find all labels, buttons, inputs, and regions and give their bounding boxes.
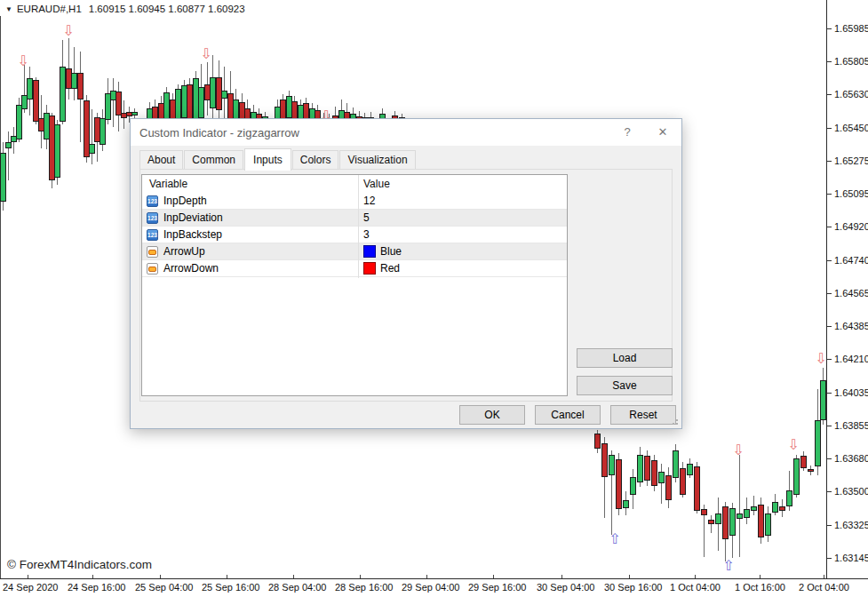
variable-cell: ArrowDown xyxy=(147,260,219,276)
tab-inputs[interactable]: Inputs xyxy=(244,148,291,171)
candle-bearish xyxy=(779,506,785,511)
variable-name: ArrowDown xyxy=(163,262,219,275)
candle-wick xyxy=(711,515,712,533)
candle-bullish xyxy=(5,142,12,148)
zigzag-up-arrow-icon: ⇧ xyxy=(609,532,620,546)
price-axis-tick xyxy=(827,94,832,95)
zigzag-down-arrow-icon: ⇩ xyxy=(732,443,744,458)
close-icon[interactable]: ✕ xyxy=(655,125,671,139)
zigzag-down-arrow-icon: ⇩ xyxy=(787,438,799,452)
candle-wick xyxy=(739,455,740,557)
column-header-value: Value xyxy=(363,175,390,193)
time-axis-label: 28 Sep 16:00 xyxy=(335,582,393,593)
candle-bullish xyxy=(100,118,106,145)
candle-bullish xyxy=(609,455,615,475)
variable-cell: 123InpDeviation xyxy=(147,210,223,226)
tab-visualization[interactable]: Visualization xyxy=(339,150,415,170)
variable-name: InpBackstep xyxy=(163,228,222,241)
param-row-inpbackstep[interactable]: 123InpBackstep3 xyxy=(142,227,567,243)
candle-bullish xyxy=(27,78,33,100)
candle-bullish xyxy=(658,472,665,483)
zigzag-down-arrow-icon: ⇩ xyxy=(200,47,211,61)
help-button[interactable]: ? xyxy=(619,125,635,139)
candle-wick xyxy=(113,78,114,127)
candle-bullish xyxy=(737,513,743,519)
price-axis-label: 1.63500 xyxy=(834,486,868,497)
param-row-inpdepth[interactable]: 123InpDepth12 xyxy=(142,193,567,210)
candle-wick xyxy=(753,496,754,515)
value-cell[interactable]: 3 xyxy=(363,227,370,243)
dialog-titlebar[interactable]: Custom Indicator - zigzagarrow ? ✕ xyxy=(131,119,681,146)
price-axis-label: 1.65275 xyxy=(834,155,868,166)
value-cell[interactable]: 5 xyxy=(363,210,370,226)
time-axis-label: 1 Oct 04:00 xyxy=(670,582,721,593)
candle-bullish xyxy=(729,508,736,536)
zigzag-down-arrow-icon: ⇩ xyxy=(62,24,74,38)
candle-bearish xyxy=(77,73,84,100)
tab-colors[interactable]: Colors xyxy=(292,150,339,170)
dialog-title: Custom Indicator - zigzagarrow xyxy=(139,126,299,139)
price-axis-label: 1.65985 xyxy=(834,23,868,34)
candle-bearish xyxy=(616,459,622,509)
color-swatch xyxy=(363,262,376,275)
param-row-arrowdown[interactable]: ArrowDownRed xyxy=(142,260,567,277)
candle-wick xyxy=(718,498,719,551)
candle-wick xyxy=(8,131,9,180)
param-row-inpdeviation[interactable]: 123InpDeviation5 xyxy=(142,210,567,227)
load-button[interactable]: Load xyxy=(577,348,673,368)
value-text: 5 xyxy=(363,211,370,224)
table-rows: 123InpDepth12123InpDeviation5123InpBacks… xyxy=(142,193,567,277)
time-axis-line xyxy=(0,578,868,579)
reset-button[interactable]: Reset xyxy=(610,405,676,425)
resize-grip[interactable] xyxy=(676,423,678,425)
candle-bullish xyxy=(60,67,66,122)
time-axis-label: 29 Sep 04:00 xyxy=(402,582,459,593)
ok-button[interactable]: OK xyxy=(459,405,525,425)
time-axis-label: 28 Sep 04:00 xyxy=(268,582,326,593)
price-axis-tick xyxy=(827,491,832,492)
candle-bullish xyxy=(793,458,800,495)
column-separator xyxy=(358,175,359,278)
color-icon xyxy=(147,263,158,275)
price-axis-label: 1.63680 xyxy=(834,453,868,464)
price-axis-tick xyxy=(827,161,832,162)
value-cell[interactable]: Red xyxy=(363,260,400,276)
price-axis-tick xyxy=(827,128,832,129)
price-axis-label: 1.65095 xyxy=(834,188,868,199)
price-axis-label: 1.64740 xyxy=(834,255,868,266)
time-axis-label: 30 Sep 04:00 xyxy=(537,582,594,593)
cancel-button[interactable]: Cancel xyxy=(535,405,601,425)
tab-common[interactable]: Common xyxy=(184,150,243,170)
price-axis-label: 1.63145 xyxy=(834,553,868,563)
candle-bullish xyxy=(210,77,216,108)
save-button[interactable]: Save xyxy=(577,376,673,395)
candle-bearish xyxy=(644,456,650,481)
candle-bullish xyxy=(744,509,750,518)
price-axis-tick xyxy=(827,260,832,261)
color-icon xyxy=(147,246,158,258)
tab-about[interactable]: About xyxy=(139,150,183,170)
candle-bullish xyxy=(820,380,826,420)
value-text: 3 xyxy=(363,228,370,241)
variable-name: InpDepth xyxy=(163,195,207,207)
time-axis-label: 30 Sep 16:00 xyxy=(604,582,662,593)
time-axis-label: 29 Sep 16:00 xyxy=(468,582,526,593)
price-axis-tick xyxy=(827,61,832,62)
price-axis-label: 1.65630 xyxy=(834,89,868,100)
candle-bullish xyxy=(623,500,629,508)
candle-bullish xyxy=(630,477,636,495)
price-axis-tick xyxy=(827,558,832,559)
time-axis-label: 1 Oct 16:00 xyxy=(735,582,785,593)
value-text: Blue xyxy=(380,245,402,258)
candle-bearish xyxy=(594,434,601,449)
value-cell[interactable]: 12 xyxy=(363,193,375,209)
candle-bullish xyxy=(71,73,77,89)
candle-bearish xyxy=(758,505,764,537)
candle-bearish xyxy=(708,520,714,524)
candle-bearish xyxy=(187,84,193,122)
param-row-arrowup[interactable]: ArrowUpBlue xyxy=(142,243,567,260)
candle-bullish xyxy=(815,420,821,466)
candle-bearish xyxy=(665,475,672,500)
variable-cell: 123InpBackstep xyxy=(147,227,222,243)
value-cell[interactable]: Blue xyxy=(363,243,402,259)
